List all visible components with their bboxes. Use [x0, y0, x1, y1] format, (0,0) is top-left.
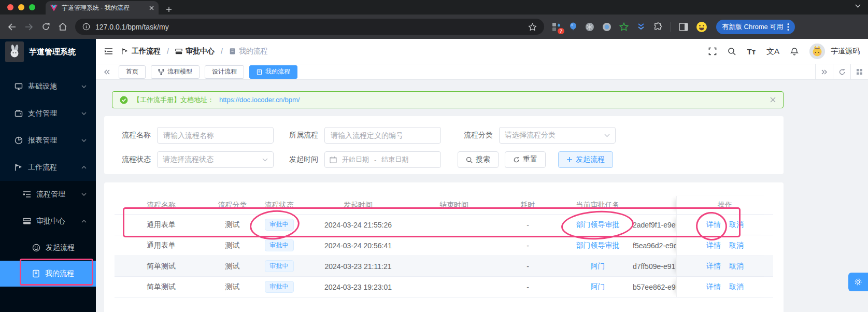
theme-settings-button[interactable]: [848, 273, 868, 291]
emoji-profile-icon[interactable]: [696, 21, 707, 33]
breadcrumb-item-approval-center[interactable]: 审批中心: [175, 47, 215, 56]
table-row: 简单测试 测试 审批中 2024-03-23 21:11:21 - 阿门 d7f…: [115, 256, 773, 277]
detail-link[interactable]: 详情: [706, 262, 721, 271]
duration: -: [493, 242, 563, 250]
bookmark-star-icon[interactable]: [528, 23, 537, 31]
doc-banner: 【工作流手册】文档地址： https://doc.iocoder.cn/bpm/: [112, 91, 784, 108]
browser-tab[interactable]: 芋道管理系统 - 我的流程: [46, 1, 159, 15]
extension-grid-icon[interactable]: 7: [552, 22, 561, 32]
sidebar-item-approval-center[interactable]: 审批中心: [0, 208, 96, 235]
current-task: 部门领导审批: [563, 241, 633, 250]
plus-icon: [566, 157, 573, 163]
site-info-icon[interactable]: [82, 23, 90, 31]
detail-link[interactable]: 详情: [706, 220, 721, 230]
duration: -: [493, 283, 563, 291]
process-category-select[interactable]: 请选择流程分类: [499, 127, 616, 144]
column-header: 当前审批任务: [563, 201, 633, 210]
filter-label-name: 流程名称: [121, 131, 151, 140]
chevron-down-icon: [81, 139, 87, 142]
main-area: 工作流程 / 审批中心 / 我的流程 Tт 文A: [96, 39, 868, 312]
chrome-update-button[interactable]: 有新版 Chrome 可用: [716, 20, 795, 34]
extension-gray-circle-icon[interactable]: [585, 22, 594, 32]
reset-button[interactable]: 重置: [505, 151, 546, 168]
create-process-button[interactable]: 发起流程: [558, 151, 613, 168]
chevron-up-icon: [81, 220, 87, 223]
sidebar-menu: 基础设施 支付管理 报表管理 工作流程: [0, 73, 96, 181]
sidebar-item-payment[interactable]: 支付管理: [0, 100, 96, 127]
process-name-input[interactable]: [157, 127, 274, 144]
breadcrumb-item-workflow[interactable]: 工作流程: [121, 47, 161, 56]
chevron-down-icon: [81, 193, 87, 196]
process-definition-input[interactable]: [324, 127, 441, 144]
filter-label-status: 流程状态: [121, 155, 151, 164]
font-size-icon[interactable]: Tт: [747, 47, 756, 56]
extension-dot-circle-icon[interactable]: [602, 22, 611, 32]
cancel-link[interactable]: 取消: [729, 241, 744, 250]
tabs-menu-grid-icon[interactable]: [850, 64, 868, 80]
breadcrumb-label: 工作流程: [132, 47, 161, 56]
tab-design-process[interactable]: 设计流程: [205, 65, 244, 79]
extensions-puzzle-icon[interactable]: [653, 22, 663, 32]
extension-green-star-icon[interactable]: [619, 22, 629, 32]
reload-icon[interactable]: [41, 22, 50, 31]
sidebar-item-label: 报表管理: [28, 136, 57, 145]
tab-home[interactable]: 首页: [119, 65, 146, 79]
filter-card: 流程名称 所属流程 流程分类 请选择流程分类 流程状态 请选择流程状: [104, 116, 784, 174]
user-avatar[interactable]: [809, 44, 825, 59]
maximize-window-button[interactable]: [29, 4, 35, 10]
minimize-window-button[interactable]: [18, 4, 24, 10]
browser-menu-icon[interactable]: [787, 23, 789, 31]
tab-my-process[interactable]: 我的流程: [249, 65, 297, 79]
filter-row-1: 流程名称 所属流程 流程分类 请选择流程分类: [121, 127, 784, 144]
refresh-tab-icon[interactable]: [833, 64, 850, 80]
collapse-menu-icon[interactable]: [104, 48, 113, 55]
sidebar-item-start-process[interactable]: 发起流程: [0, 235, 96, 261]
tab-process-model[interactable]: 流程模型: [151, 65, 200, 79]
banner-close-icon[interactable]: [770, 97, 776, 103]
search-button[interactable]: 搜索: [458, 151, 499, 168]
home-icon[interactable]: [58, 22, 67, 31]
address-bar[interactable]: 127.0.0.1/bpm/task/my: [75, 19, 544, 35]
sidebar-item-process-manage[interactable]: 流程管理: [0, 181, 96, 208]
app-logo-row[interactable]: 芋道管理系统: [0, 39, 96, 65]
bell-icon[interactable]: [790, 47, 799, 56]
tabs-scroll-left-icon[interactable]: [99, 69, 115, 75]
forward-icon[interactable]: [24, 23, 34, 31]
sidebar-item-infrastructure[interactable]: 基础设施: [0, 73, 96, 100]
tab-search-chevron-icon[interactable]: [855, 4, 861, 8]
cancel-link[interactable]: 取消: [729, 262, 744, 271]
fullscreen-icon[interactable]: [708, 47, 717, 55]
chevron-up-icon: [81, 166, 87, 169]
process-status-select[interactable]: 请选择流程状态: [157, 151, 274, 168]
sidebar-item-workflow[interactable]: 工作流程: [0, 154, 96, 181]
side-panel-icon[interactable]: [679, 23, 688, 31]
tabs-scroll-right-icon[interactable]: [815, 64, 833, 80]
detail-link[interactable]: 详情: [706, 282, 721, 292]
search-icon[interactable]: [728, 47, 736, 55]
doc-link[interactable]: https://doc.iocoder.cn/bpm/: [219, 96, 300, 104]
task-link[interactable]: 阿门: [591, 282, 605, 291]
extension-balloon-icon[interactable]: [569, 22, 577, 32]
task-link[interactable]: 部门领导审批: [576, 241, 620, 249]
indent-list-icon: [23, 191, 31, 198]
new-tab-button[interactable]: [166, 6, 172, 12]
username-label[interactable]: 芋道源码: [831, 47, 860, 56]
sidebar-item-report[interactable]: 报表管理: [0, 127, 96, 154]
close-tab-icon[interactable]: [149, 6, 154, 10]
locale-icon[interactable]: 文A: [766, 47, 779, 56]
close-window-button[interactable]: [7, 4, 13, 10]
back-icon[interactable]: [7, 23, 17, 31]
detail-link[interactable]: 详情: [706, 241, 721, 250]
current-task: 阿门: [563, 262, 633, 271]
task-link[interactable]: 阿门: [591, 262, 605, 270]
sidebar-item-my-process[interactable]: 我的流程: [0, 261, 96, 287]
cancel-link[interactable]: 取消: [729, 220, 744, 230]
cancel-link[interactable]: 取消: [729, 282, 744, 292]
extension-chevrons-icon[interactable]: [636, 23, 646, 31]
task-link[interactable]: 部门领导审批: [576, 220, 620, 229]
search-button-label: 搜索: [476, 155, 490, 164]
tabbar-controls: [815, 64, 868, 80]
monitor-icon: [15, 82, 23, 91]
stacked-list-icon: [175, 48, 182, 55]
start-time-range-picker[interactable]: 开始日期 - 结束日期: [324, 151, 441, 168]
